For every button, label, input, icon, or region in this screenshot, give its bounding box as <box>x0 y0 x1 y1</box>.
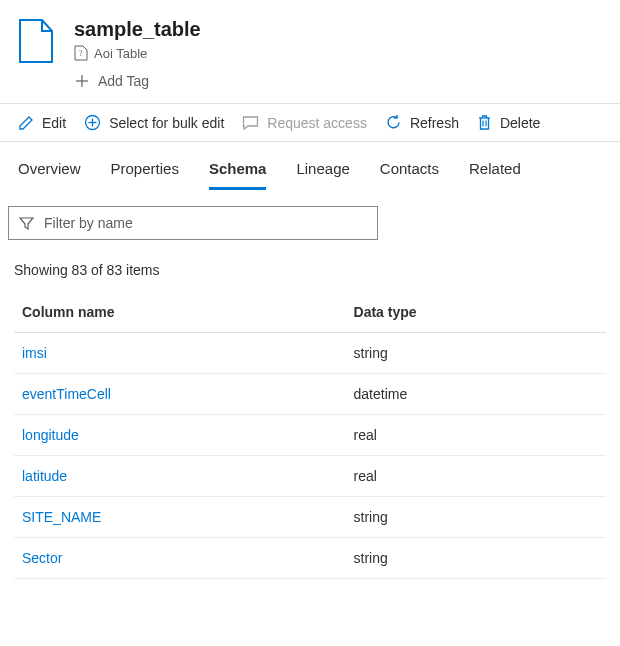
data-type-cell: string <box>346 497 606 538</box>
filter-box[interactable] <box>8 206 378 240</box>
header-data-type: Data type <box>346 292 606 333</box>
refresh-icon <box>385 114 402 131</box>
select-bulk-button[interactable]: Select for bulk edit <box>84 114 224 131</box>
plus-circle-icon <box>84 114 101 131</box>
delete-button[interactable]: Delete <box>477 114 540 131</box>
column-name-cell: eventTimeCell <box>14 374 346 415</box>
table-row: latitudereal <box>14 456 606 497</box>
svg-text:?: ? <box>79 49 83 58</box>
column-link[interactable]: Sector <box>22 550 62 566</box>
column-name-cell: SITE_NAME <box>14 497 346 538</box>
tab-lineage[interactable]: Lineage <box>296 160 349 190</box>
table-header-row: Column name Data type <box>14 292 606 333</box>
refresh-label: Refresh <box>410 115 459 131</box>
filter-section <box>0 190 620 240</box>
column-link[interactable]: longitude <box>22 427 79 443</box>
chat-icon <box>242 115 259 131</box>
request-access-label: Request access <box>267 115 367 131</box>
tab-schema[interactable]: Schema <box>209 160 267 190</box>
data-type-cell: string <box>346 538 606 579</box>
table-row: imsistring <box>14 333 606 374</box>
tab-bar: Overview Properties Schema Lineage Conta… <box>0 142 620 190</box>
toolbar: Edit Select for bulk edit Request access… <box>0 104 620 141</box>
column-link[interactable]: latitude <box>22 468 67 484</box>
request-access-button: Request access <box>242 115 367 131</box>
title-block: sample_table ? Aoi Table Add Tag <box>74 18 201 89</box>
asset-subtype: ? Aoi Table <box>74 45 201 61</box>
asset-subtype-label: Aoi Table <box>94 46 147 61</box>
data-type-cell: real <box>346 415 606 456</box>
document-icon: ? <box>74 45 88 61</box>
filter-input[interactable] <box>42 214 367 232</box>
column-name-cell: imsi <box>14 333 346 374</box>
file-icon <box>18 18 54 64</box>
table-row: longitudereal <box>14 415 606 456</box>
delete-label: Delete <box>500 115 540 131</box>
data-type-cell: datetime <box>346 374 606 415</box>
edit-button[interactable]: Edit <box>18 115 66 131</box>
tab-overview[interactable]: Overview <box>18 160 81 190</box>
column-name-cell: latitude <box>14 456 346 497</box>
asset-title: sample_table <box>74 18 201 41</box>
header-column-name: Column name <box>14 292 346 333</box>
filter-icon <box>19 216 34 231</box>
refresh-button[interactable]: Refresh <box>385 114 459 131</box>
pencil-icon <box>18 115 34 131</box>
tab-contacts[interactable]: Contacts <box>380 160 439 190</box>
tab-properties[interactable]: Properties <box>111 160 179 190</box>
edit-label: Edit <box>42 115 66 131</box>
plus-icon <box>74 73 90 89</box>
column-name-cell: longitude <box>14 415 346 456</box>
table-row: eventTimeCelldatetime <box>14 374 606 415</box>
add-tag-label: Add Tag <box>98 73 149 89</box>
tab-related[interactable]: Related <box>469 160 521 190</box>
table-row: Sectorstring <box>14 538 606 579</box>
table-row: SITE_NAMEstring <box>14 497 606 538</box>
column-link[interactable]: imsi <box>22 345 47 361</box>
column-name-cell: Sector <box>14 538 346 579</box>
data-type-cell: real <box>346 456 606 497</box>
add-tag-button[interactable]: Add Tag <box>74 73 201 89</box>
asset-header: sample_table ? Aoi Table Add Tag <box>0 0 620 103</box>
result-count: Showing 83 of 83 items <box>0 240 620 292</box>
select-bulk-label: Select for bulk edit <box>109 115 224 131</box>
column-link[interactable]: eventTimeCell <box>22 386 111 402</box>
schema-table: Column name Data type imsistringeventTim… <box>14 292 606 579</box>
column-link[interactable]: SITE_NAME <box>22 509 101 525</box>
data-type-cell: string <box>346 333 606 374</box>
trash-icon <box>477 114 492 131</box>
